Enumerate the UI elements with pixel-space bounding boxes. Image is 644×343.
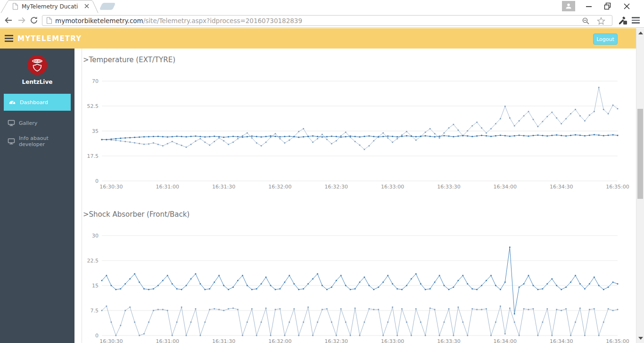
browser-menu-icon[interactable] [632, 17, 640, 25]
temperature-chart: 7052.53517.5016:30:3016:31:0016:31:3016:… [83, 75, 632, 192]
window-minimize-button[interactable] [583, 1, 595, 11]
sidebar-item-label: Gallery [19, 120, 37, 126]
svg-text:16:32:00: 16:32:00 [268, 184, 291, 190]
ducati-logo: DUCATI [27, 55, 47, 75]
svg-text:16:33:00: 16:33:00 [381, 338, 404, 343]
svg-text:52.5: 52.5 [87, 103, 99, 109]
svg-text:16:33:00: 16:33:00 [381, 184, 404, 190]
svg-text:16:34:00: 16:34:00 [494, 184, 517, 190]
browser-tab-bar: MyTelemetry Ducati [0, 0, 644, 13]
tab-title: MyTelemetry Ducati [22, 3, 83, 10]
chart-title-shock: >Shock Absorber (Front/Back) [83, 211, 190, 218]
content-divider [82, 49, 82, 343]
browser-url-bar: mymotorbiketelemetry.com/site/Telemetry.… [0, 13, 644, 28]
app-header: MYTELEMETRY Logout [0, 28, 636, 49]
svg-text:16:31:30: 16:31:30 [212, 338, 235, 343]
svg-text:17.5: 17.5 [87, 153, 99, 159]
reload-icon[interactable] [30, 16, 39, 24]
logout-button[interactable]: Logout [593, 33, 618, 45]
svg-text:16:32:30: 16:32:30 [325, 338, 348, 343]
svg-text:16:33:30: 16:33:30 [437, 338, 460, 343]
url-path: /site/Telemetry.aspx?idprocess=201607301… [143, 17, 302, 24]
chart-title-temperature: >Temperature (EXT/TYRE) [83, 56, 175, 64]
restore-icon [604, 2, 611, 10]
svg-text:16:33:30: 16:33:30 [437, 184, 460, 190]
new-tab-button[interactable] [99, 3, 116, 10]
svg-text:16:31:00: 16:31:00 [156, 184, 179, 190]
svg-text:0: 0 [95, 178, 99, 184]
user-name: LentzLive [0, 79, 74, 85]
person-icon [565, 2, 572, 10]
monitor-icon [8, 138, 15, 145]
sidebar-item-dashboard[interactable]: Dashboard [4, 94, 71, 111]
sidebar: DUCATI LentzLive Dashboard Gallery Info … [0, 49, 74, 343]
sidebar-toggle-icon[interactable] [5, 35, 13, 43]
svg-text:22.5: 22.5 [87, 258, 99, 264]
scrollbar-up-icon[interactable] [638, 32, 643, 34]
page-icon [12, 3, 18, 10]
svg-text:35: 35 [92, 128, 99, 134]
profile-button[interactable] [562, 1, 575, 11]
svg-text:16:34:30: 16:34:30 [550, 184, 573, 190]
svg-text:16:30:30: 16:30:30 [99, 338, 123, 343]
bookmark-star-icon[interactable] [597, 17, 605, 25]
speedometer-icon [8, 98, 16, 106]
url-domain: mymotorbiketelemetry.com [55, 17, 143, 24]
svg-text:16:34:00: 16:34:00 [494, 338, 517, 343]
scrollbar-down-icon[interactable] [638, 337, 643, 340]
back-icon[interactable] [4, 16, 13, 24]
svg-text:16:31:00: 16:31:00 [156, 338, 179, 343]
svg-text:16:35:00: 16:35:00 [606, 338, 629, 343]
sidebar-item-label: Info abaout developer [19, 135, 74, 147]
svg-text:0: 0 [95, 333, 99, 339]
url-field[interactable]: mymotorbiketelemetry.com/site/Telemetry.… [42, 15, 612, 26]
zoom-out-icon[interactable] [582, 17, 590, 25]
monitor-icon [8, 119, 15, 127]
url-text: mymotorbiketelemetry.com/site/Telemetry.… [55, 17, 302, 24]
sidebar-item-info-developer[interactable]: Info abaout developer [0, 134, 74, 149]
svg-text:16:34:30: 16:34:30 [550, 338, 573, 343]
forward-icon[interactable] [17, 16, 26, 24]
eyedropper-extension-icon[interactable] [618, 15, 628, 25]
minimize-icon [586, 3, 592, 9]
scrollbar-thumb[interactable] [637, 109, 643, 199]
shock-absorber-chart: 3022.5157.5016:30:3016:31:0016:31:3016:3… [83, 230, 632, 343]
svg-text:7.5: 7.5 [91, 308, 99, 314]
svg-text:70: 70 [92, 78, 99, 84]
svg-text:16:35:00: 16:35:00 [606, 184, 629, 190]
svg-text:16:32:00: 16:32:00 [268, 338, 291, 343]
window-restore-button[interactable] [602, 1, 614, 11]
page-icon [46, 17, 52, 24]
close-icon [623, 3, 630, 10]
page-scrollbar[interactable] [636, 28, 644, 343]
app-brand: MYTELEMETRY [17, 34, 82, 43]
svg-text:15: 15 [92, 283, 99, 289]
sidebar-item-gallery[interactable]: Gallery [0, 115, 74, 131]
tab-close-icon[interactable] [84, 3, 90, 9]
svg-text:16:30:30: 16:30:30 [99, 184, 123, 190]
svg-text:DUCATI: DUCATI [33, 60, 42, 62]
svg-text:16:31:30: 16:31:30 [212, 184, 235, 190]
sidebar-item-label: Dashboard [20, 99, 48, 106]
svg-text:16:32:30: 16:32:30 [325, 184, 348, 190]
main-content: >Temperature (EXT/TYRE) 7052.53517.5016:… [74, 49, 636, 343]
window-close-button[interactable] [620, 1, 633, 11]
svg-text:30: 30 [92, 233, 99, 239]
